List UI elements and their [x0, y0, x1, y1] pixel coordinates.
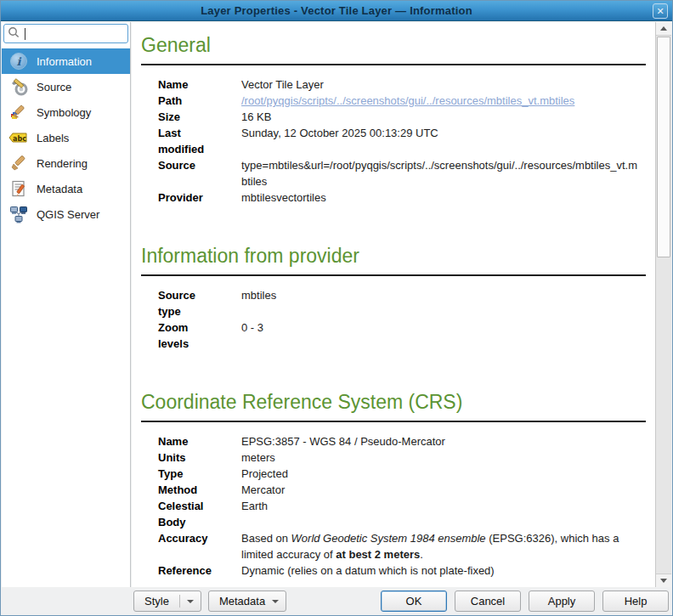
scroll-up-arrow-icon[interactable] — [656, 22, 671, 36]
search-input[interactable] — [25, 27, 124, 40]
rendering-icon — [8, 153, 29, 173]
prop-label: Source — [158, 157, 241, 189]
crs-reference-value: Dynamic (relies on a datum which is not … — [241, 562, 641, 579]
section-crs: Coordinate Reference System (CRS) Name E… — [141, 391, 646, 579]
celestial-body-value: Earth — [241, 498, 641, 530]
sidebar-search[interactable] — [3, 24, 128, 43]
sidebar-item-label: Information — [37, 55, 92, 68]
crs-type-value: Projected — [241, 466, 641, 482]
last-modified-value: Sunday, 12 October 2025 00:13:29 UTC — [241, 125, 641, 157]
scroll-down-arrow-icon[interactable] — [656, 574, 671, 587]
prop-label: Zoom levels — [158, 319, 241, 352]
sidebar-item-labels[interactable]: abc Labels — [2, 125, 130, 150]
sidebar-item-label: Rendering — [37, 157, 88, 170]
prop-label: Accuracy — [158, 530, 241, 562]
ok-button[interactable]: OK — [381, 591, 447, 612]
sidebar-item-symbology[interactable]: Symbology — [2, 99, 130, 125]
close-icon: ✕ — [656, 6, 664, 17]
chevron-down-icon — [187, 600, 194, 603]
svg-text:abc: abc — [13, 135, 26, 143]
prop-label: Size — [158, 109, 241, 125]
apply-button[interactable]: Apply — [529, 591, 595, 612]
chevron-down-icon — [272, 600, 279, 603]
section-title-provider: Information from provider — [141, 245, 646, 268]
sidebar-item-label: QGIS Server — [37, 208, 99, 221]
layer-size-value: 16 KB — [241, 109, 641, 125]
sidebar-item-information[interactable]: i Information — [2, 48, 130, 74]
source-icon — [8, 76, 29, 97]
layer-source-value: type=mbtiles&url=/root/pyqgis/scripts/..… — [241, 157, 641, 189]
prop-label: Celestial Body — [158, 498, 241, 530]
layer-name-value: Vector Tile Layer — [241, 76, 641, 93]
style-dropdown-button[interactable]: Style — [133, 591, 201, 612]
scrollbar-thumb[interactable] — [657, 37, 670, 257]
prop-label: Type — [158, 466, 241, 482]
source-type-value: mbtiles — [241, 287, 641, 319]
prop-label: Name — [158, 433, 241, 449]
metadata-dropdown-button[interactable]: Metadata — [208, 591, 286, 612]
crs-name-value: EPSG:3857 - WGS 84 / Pseudo-Mercator — [241, 433, 641, 449]
section-title-crs: Coordinate Reference System (CRS) — [141, 391, 646, 414]
sidebar-item-label: Symbology — [37, 106, 91, 119]
help-button[interactable]: Help — [602, 591, 669, 612]
crs-units-value: meters — [241, 449, 641, 466]
zoom-levels-value: 0 - 3 — [241, 319, 641, 352]
title-bar[interactable]: Layer Properties - Vector Tile Layer — I… — [1, 1, 672, 21]
cancel-button[interactable]: Cancel — [455, 591, 521, 612]
metadata-icon — [8, 178, 29, 199]
dialog-action-buttons: OK Cancel Apply Help — [381, 591, 669, 612]
sidebar-item-label: Source — [37, 81, 71, 93]
prop-label: Last modified — [158, 125, 241, 157]
sidebar: i Information Source Symbology abc — [2, 22, 131, 587]
prop-label: Source type — [158, 287, 241, 319]
prop-label: Path — [158, 93, 241, 109]
section-title-general: General — [141, 34, 646, 57]
prop-label: Provider — [158, 189, 241, 206]
sidebar-item-label: Labels — [37, 132, 69, 144]
search-icon — [8, 26, 20, 42]
crs-accuracy-value: Based on World Geodetic System 1984 ense… — [241, 530, 641, 562]
prop-label: Method — [158, 482, 241, 498]
crs-method-value: Mercator — [241, 482, 641, 498]
close-button[interactable]: ✕ — [653, 3, 668, 19]
information-panel: General Name Vector Tile Layer Path /roo… — [132, 22, 671, 587]
sidebar-nav: i Information Source Symbology abc — [2, 48, 130, 227]
provider-value: mbtilesvectortiles — [241, 189, 641, 206]
vertical-scrollbar[interactable] — [655, 22, 671, 587]
section-information-from-provider: Information from provider Source type mb… — [141, 245, 646, 352]
prop-label: Reference — [158, 562, 241, 579]
information-icon: i — [8, 51, 29, 71]
sidebar-item-label: Metadata — [37, 183, 82, 195]
window-title: Layer Properties - Vector Tile Layer — I… — [201, 4, 472, 17]
sidebar-item-rendering[interactable]: Rendering — [2, 150, 130, 176]
sidebar-item-qgis-server[interactable]: QGIS Server — [2, 201, 130, 227]
dialog-button-bar: Style Metadata OK Cancel Apply Help — [1, 587, 672, 615]
prop-label: Units — [158, 449, 241, 466]
sidebar-item-source[interactable]: Source — [2, 74, 130, 99]
sidebar-item-metadata[interactable]: Metadata — [2, 176, 130, 201]
qgis-server-icon — [8, 204, 29, 224]
layer-properties-dialog: Layer Properties - Vector Tile Layer — I… — [0, 0, 673, 616]
layer-path-link[interactable]: /root/pyqgis/scripts/../screenshots/gui/… — [241, 94, 574, 107]
symbology-icon — [8, 102, 29, 122]
labels-icon: abc — [8, 127, 29, 148]
prop-label: Name — [158, 76, 241, 93]
section-general: General Name Vector Tile Layer Path /roo… — [141, 34, 646, 206]
